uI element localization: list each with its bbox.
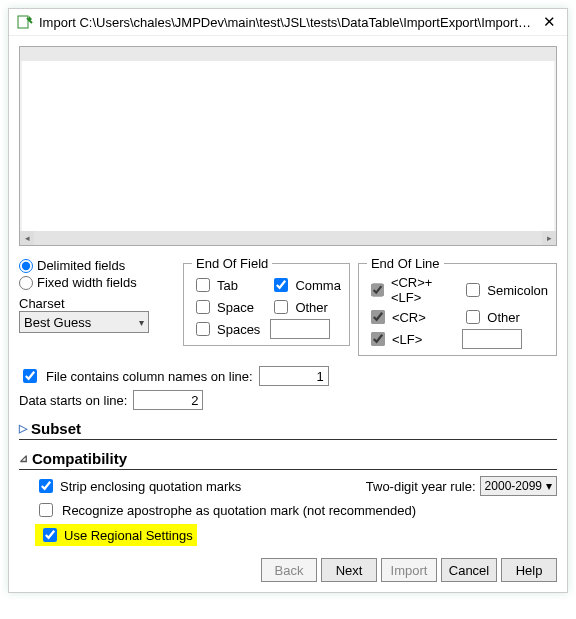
data-starts-label: Data starts on line: — [19, 393, 127, 408]
charset-combo[interactable]: Best Guess ▾ — [19, 311, 149, 333]
regional-highlight: Use Regional Settings — [35, 524, 197, 546]
charset-value: Best Guess — [24, 315, 91, 330]
eol-semicolon-check[interactable] — [466, 283, 480, 297]
eof-other-label: Other — [295, 300, 328, 315]
eol-other-input[interactable] — [462, 329, 522, 349]
end-of-line-group: End Of Line <CR>+<LF> Semicolon <CR> Oth… — [358, 256, 557, 356]
disclosure-closed-icon: ▷ — [19, 422, 27, 435]
import-dialog: Import C:\Users\chales\JMPDev\main\test\… — [8, 8, 568, 593]
disclosure-open-icon: ⊿ — [19, 452, 28, 465]
delimited-radio[interactable] — [19, 259, 33, 273]
colnames-label: File contains column names on line: — [46, 369, 253, 384]
fixed-width-radio[interactable] — [19, 276, 33, 290]
eol-other-label: Other — [487, 310, 520, 325]
cancel-button[interactable]: Cancel — [441, 558, 497, 582]
twodigit-value: 2000-2099 — [485, 479, 542, 493]
horizontal-scrollbar[interactable]: ◂ ▸ — [20, 231, 556, 245]
scroll-track[interactable] — [34, 231, 542, 245]
help-button[interactable]: Help — [501, 558, 557, 582]
window-title: Import C:\Users\chales\JMPDev\main\test\… — [39, 15, 539, 30]
eol-crlf-check[interactable] — [371, 283, 384, 297]
button-row: Back Next Import Cancel Help — [19, 558, 557, 582]
svg-rect-0 — [18, 16, 28, 28]
regional-check[interactable] — [43, 528, 57, 542]
preview-pane: ◂ ▸ — [19, 46, 557, 246]
eof-other-input[interactable] — [270, 319, 330, 339]
chevron-down-icon: ▾ — [546, 479, 552, 493]
delimited-label: Delimited fields — [37, 258, 125, 273]
eof-spaces-label: Spaces — [217, 322, 260, 337]
titlebar: Import C:\Users\chales\JMPDev\main\test\… — [9, 9, 567, 36]
preview-header — [20, 47, 556, 61]
compatibility-title: Compatibility — [32, 450, 127, 467]
eof-comma-check[interactable] — [274, 278, 288, 292]
twodigit-combo[interactable]: 2000-2099 ▾ — [480, 476, 557, 496]
subset-header[interactable]: ▷ Subset — [19, 418, 557, 440]
eof-legend: End Of Field — [192, 256, 272, 271]
close-button[interactable]: ✕ — [539, 13, 559, 31]
eol-other-check[interactable] — [466, 310, 480, 324]
twodigit-label: Two-digit year rule: — [366, 479, 476, 494]
colnames-check[interactable] — [23, 369, 37, 383]
charset-label: Charset — [19, 296, 175, 311]
app-icon — [17, 14, 33, 30]
eof-tab-label: Tab — [217, 278, 238, 293]
scroll-left-button[interactable]: ◂ — [20, 231, 34, 245]
compatibility-body: Strip enclosing quotation marks Two-digi… — [19, 476, 557, 546]
eof-space-label: Space — [217, 300, 254, 315]
apostrophe-label: Recognize apostrophe as quotation mark (… — [62, 503, 416, 518]
eof-space-check[interactable] — [196, 300, 210, 314]
eol-lf-check[interactable] — [371, 332, 385, 346]
preview-body — [22, 61, 554, 231]
eol-crlf-label: <CR>+<LF> — [391, 275, 452, 305]
next-button[interactable]: Next — [321, 558, 377, 582]
subset-title: Subset — [31, 420, 81, 437]
regional-label: Use Regional Settings — [64, 528, 193, 543]
content-area: ◂ ▸ Delimited fields Fixed width fields … — [9, 36, 567, 592]
strip-quotes-label: Strip enclosing quotation marks — [60, 479, 241, 494]
eol-semicolon-label: Semicolon — [487, 283, 548, 298]
import-button[interactable]: Import — [381, 558, 437, 582]
eol-lf-label: <LF> — [392, 332, 422, 347]
end-of-field-group: End Of Field Tab Comma Space Other Space… — [183, 256, 350, 346]
back-button[interactable]: Back — [261, 558, 317, 582]
eof-other-check[interactable] — [274, 300, 288, 314]
scroll-right-button[interactable]: ▸ — [542, 231, 556, 245]
compatibility-header[interactable]: ⊿ Compatibility — [19, 448, 557, 470]
eol-legend: End Of Line — [367, 256, 444, 271]
eol-cr-label: <CR> — [392, 310, 426, 325]
strip-quotes-check[interactable] — [39, 479, 53, 493]
eof-spaces-check[interactable] — [196, 322, 210, 336]
eof-comma-label: Comma — [295, 278, 341, 293]
data-starts-input[interactable] — [133, 390, 203, 410]
fixed-width-label: Fixed width fields — [37, 275, 137, 290]
eol-cr-check[interactable] — [371, 310, 385, 324]
eof-tab-check[interactable] — [196, 278, 210, 292]
chevron-down-icon: ▾ — [139, 317, 144, 328]
colnames-line-input[interactable] — [259, 366, 329, 386]
apostrophe-check[interactable] — [39, 503, 53, 517]
